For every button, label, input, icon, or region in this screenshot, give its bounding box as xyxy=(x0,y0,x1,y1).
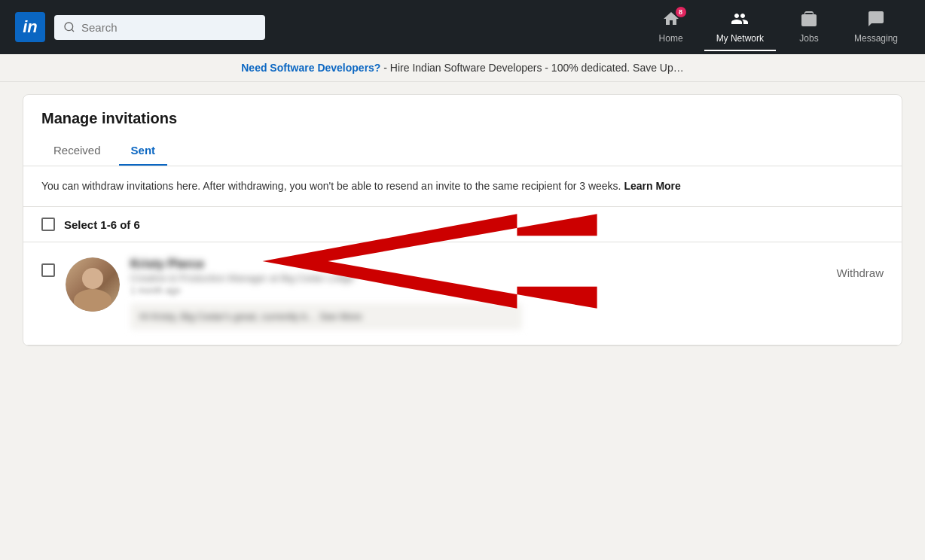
messaging-icon xyxy=(867,10,885,32)
tabs: Received Sent xyxy=(41,136,884,166)
search-bar[interactable] xyxy=(54,15,265,40)
ad-link[interactable]: Need Software Developers? xyxy=(241,62,380,74)
learn-more-link[interactable]: Learn More xyxy=(624,180,680,192)
card-header: Manage invitations Received Sent xyxy=(23,95,902,166)
nav-item-messaging[interactable]: Messaging xyxy=(842,4,910,51)
ad-banner: Need Software Developers? - Hire Indian … xyxy=(0,54,925,82)
ad-description: - Hire Indian Software Developers - 100%… xyxy=(383,62,683,74)
search-input[interactable] xyxy=(81,21,256,34)
avatar xyxy=(66,257,120,312)
info-text: You can withdraw invitations here. After… xyxy=(41,180,621,192)
person-time: 1 month ago xyxy=(130,285,826,296)
info-box: You can withdraw invitations here. After… xyxy=(23,166,902,207)
person-title: Creative & Production Manager at Big Ced… xyxy=(130,272,826,284)
nav-item-my-network[interactable]: My Network xyxy=(704,4,776,51)
select-row: Select 1-6 of 6 xyxy=(23,207,902,242)
tab-received[interactable]: Received xyxy=(41,136,113,166)
nav-items: 8 Home My Network Jobs xyxy=(641,4,910,51)
nav-item-my-network-label: My Network xyxy=(716,33,764,44)
invitation-row: Kristy Pierce Creative & Production Mana… xyxy=(23,242,902,345)
svg-point-0 xyxy=(65,23,73,31)
home-icon: 8 xyxy=(662,10,680,32)
nav-item-jobs-label: Jobs xyxy=(799,33,818,44)
manage-invitations-card: Manage invitations Received Sent You can… xyxy=(23,94,902,346)
jobs-icon xyxy=(800,10,818,32)
tab-sent[interactable]: Sent xyxy=(119,136,168,166)
nav-item-home[interactable]: 8 Home xyxy=(641,4,701,51)
avatar-image xyxy=(66,257,120,312)
nav-item-jobs[interactable]: Jobs xyxy=(779,4,839,51)
linkedin-logo[interactable]: in xyxy=(15,12,45,42)
message-preview: Hi Kristy, Big Cedar's great, currently … xyxy=(130,303,522,330)
select-all-checkbox[interactable] xyxy=(41,218,55,231)
person-name: Kristy Pierce xyxy=(130,257,826,271)
nav-item-messaging-label: Messaging xyxy=(854,33,898,44)
main-content: Manage invitations Received Sent You can… xyxy=(11,94,914,346)
person-info: Kristy Pierce Creative & Production Mana… xyxy=(130,257,826,330)
withdraw-button[interactable]: Withdraw xyxy=(836,260,884,285)
search-icon xyxy=(63,21,75,33)
manage-invitations-card-wrapper: Manage invitations Received Sent You can… xyxy=(23,94,902,346)
notification-badge: 8 xyxy=(676,7,686,17)
select-label: Select 1-6 of 6 xyxy=(64,218,140,231)
navbar: in 8 Home My Network xyxy=(0,0,925,54)
nav-item-home-label: Home xyxy=(659,33,683,44)
svg-line-1 xyxy=(72,29,74,32)
network-icon xyxy=(731,10,749,32)
invitation-checkbox[interactable] xyxy=(41,263,55,277)
card-title: Manage invitations xyxy=(41,110,884,127)
